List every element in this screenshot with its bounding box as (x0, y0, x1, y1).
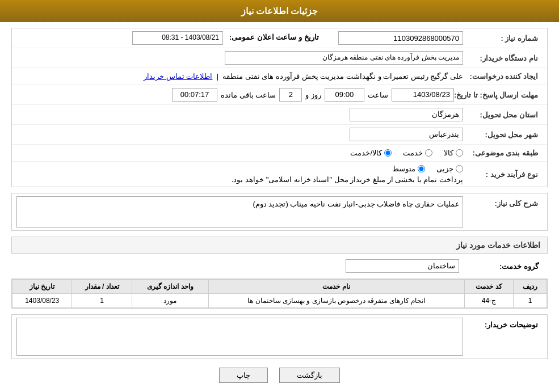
send-date-row: مهلت ارسال پاسخ: تا تاریخ: 1403/08/23 سا… (12, 85, 547, 105)
main-form-section: شماره نیاز : 1103092868000570 تاریخ و سا… (11, 28, 548, 187)
category-kala-khedmat-label: کالا/خدمت (350, 149, 382, 157)
send-day-label: روز و (305, 91, 321, 99)
buyer-station-label: نام دستگاه خریدار: (463, 54, 543, 62)
category-radio-khedmat[interactable]: خدمت (403, 149, 432, 157)
creator-label: ایجاد کننده درخواست: (463, 72, 543, 81)
buyer-notes-label: توضیحات خریدار: (463, 318, 543, 329)
table-row: 1ج-44انجام کارهای متفرقه درخصوص بازسازی … (12, 294, 547, 308)
services-table: ردیف کد خدمت نام خدمت واحد اندازه گیری ت… (12, 279, 547, 308)
description-section: شرح کلی نیاز: عملیات حفاری چاه فاضلاب جذ… (11, 193, 548, 231)
need-number-box: 1103092868000570 (338, 31, 463, 45)
creator-text: علی گرگیج رئیس تعمیرات و نگهداشت مدیریت … (222, 72, 463, 81)
purchase-note: پرداخت تمام یا بخشی از مبلغ خریداز محل "… (16, 175, 463, 184)
description-text: عملیات حفاری چاه فاضلاب جذبی-انبار نفت ن… (253, 200, 460, 208)
need-number-row: شماره نیاز : 1103092868000570 تاریخ و سا… (12, 28, 547, 48)
category-kala-label: کالا (444, 149, 453, 157)
buyer-notes-box (16, 318, 463, 356)
send-time-box: 09:00 (325, 88, 364, 102)
page-header: جزئیات اطلاعات نیاز (0, 0, 559, 22)
col-service-name: نام خدمت (208, 280, 464, 294)
buyer-station-row: نام دستگاه خریدار: مدیریت پخش فرآورده ها… (12, 48, 547, 68)
category-row: طبقه بندی موضوعی: کالا خدمت کالا/خدمت (12, 145, 547, 162)
send-day-box: 2 (279, 88, 302, 102)
buyer-notes-content (17, 318, 463, 355)
group-row: گروه خدمت: ساختمان (11, 256, 548, 276)
description-row: شرح کلی نیاز: عملیات حفاری چاه فاضلاب جذ… (12, 193, 547, 230)
category-radio-kala[interactable]: کالا (444, 149, 463, 157)
send-date-box: 1403/08/23 (392, 88, 454, 102)
purchase-type-value: جزیی متوسط پرداخت تمام یا بخشی از مبلغ خ… (16, 165, 463, 184)
category-radio-kala-khedmat[interactable]: کالا/خدمت (350, 149, 392, 157)
buyer-desc-row: توضیحات خریدار: (12, 315, 547, 359)
province-value: هرمزگان (16, 108, 463, 121)
table-header-row: ردیف کد خدمت نام خدمت واحد اندازه گیری ت… (12, 280, 547, 294)
creator-value: علی گرگیج رئیس تعمیرات و نگهداشت مدیریت … (16, 72, 463, 81)
page-title: جزئیات اطلاعات نیاز (241, 6, 318, 16)
buyer-station-box: مدیریت پخش فرآورده های نفتی منطقه هرمزگا… (225, 51, 463, 65)
need-number-value: 1103092868000570 تاریخ و ساعت اعلان عموم… (16, 31, 463, 45)
city-label: شهر محل تحویل: (463, 130, 543, 139)
description-label: شرح کلی نیاز: (463, 196, 543, 208)
purchase-jozi[interactable]: جزیی (436, 165, 463, 173)
services-title: اطلاعات خدمات مورد نیاز (11, 237, 548, 254)
province-label: استان محل تحویل: (463, 111, 543, 119)
group-label: گروه خدمت: (464, 262, 543, 271)
purchase-motavasset[interactable]: متوسط (392, 165, 425, 173)
description-value-wrapper: عملیات حفاری چاه فاضلاب جذبی-انبار نفت ن… (16, 196, 463, 227)
city-value: بندرعباس (16, 128, 463, 141)
buyer-notes-section: توضیحات خریدار: (11, 314, 548, 359)
col-date: تاریخ نیاز (12, 280, 72, 294)
page-wrapper: جزئیات اطلاعات نیاز شماره نیاز : 1103092… (0, 0, 559, 392)
description-box: عملیات حفاری چاه فاضلاب جذبی-انبار نفت ن… (16, 196, 463, 227)
province-row: استان محل تحویل: هرمزگان (12, 105, 547, 125)
button-row: بازگشت چاپ (11, 368, 548, 383)
remaining-label: ساعت باقی مانده (221, 91, 276, 99)
announce-value: 1403/08/21 - 08:31 (132, 31, 223, 45)
category-radios: کالا خدمت کالا/خدمت (16, 149, 463, 157)
announce-label: تاریخ و ساعت اعلان عمومی: (229, 33, 319, 41)
city-box: بندرعباس (350, 128, 463, 141)
city-row: شهر محل تحویل: بندرعباس (12, 125, 547, 145)
print-button[interactable]: چاپ (219, 368, 268, 383)
send-time-label: ساعت (368, 91, 388, 99)
purchase-motavasset-label: متوسط (392, 165, 415, 173)
need-number-label: شماره نیاز : (463, 34, 543, 43)
purchase-type-row: نوع فرآیند خرید : جزیی متوسط پرداخت تمام… (12, 162, 547, 187)
purchase-type-label: نوع فرآیند خرید : (463, 170, 543, 179)
province-box: هرمزگان (350, 108, 463, 121)
col-row-num: ردیف (514, 280, 547, 294)
back-button[interactable]: بازگشت (279, 368, 340, 383)
category-label: طبقه بندی موضوعی: (463, 149, 543, 157)
remaining-box: 00:07:17 (172, 88, 217, 102)
category-khedmat-label: خدمت (403, 149, 423, 157)
creator-contact-link[interactable]: اطلاعات تماس خریدار (144, 72, 212, 81)
content-area: شماره نیاز : 1103092868000570 تاریخ و سا… (0, 22, 559, 392)
send-date-label: مهلت ارسال پاسخ: تا تاریخ: (454, 91, 543, 99)
group-value: ساختمان (346, 259, 459, 273)
time-inline: 1403/08/23 ساعت 09:00 روز و 2 ساعت باقی … (16, 88, 454, 102)
col-service-code: کد خدمت (464, 280, 514, 294)
send-date-values: 1403/08/23 ساعت 09:00 روز و 2 ساعت باقی … (16, 88, 454, 102)
col-unit: واحد اندازه گیری (132, 280, 208, 294)
creator-row: ایجاد کننده درخواست: علی گرگیج رئیس تعمی… (12, 68, 547, 85)
col-quantity: تعداد / مقدار (72, 280, 132, 294)
purchase-type-radios: جزیی متوسط (16, 165, 463, 173)
purchase-jozi-label: جزیی (436, 165, 453, 173)
services-table-wrapper: ردیف کد خدمت نام خدمت واحد اندازه گیری ت… (11, 279, 548, 309)
buyer-station-value: مدیریت پخش فرآورده های نفتی منطقه هرمزگا… (16, 51, 463, 65)
